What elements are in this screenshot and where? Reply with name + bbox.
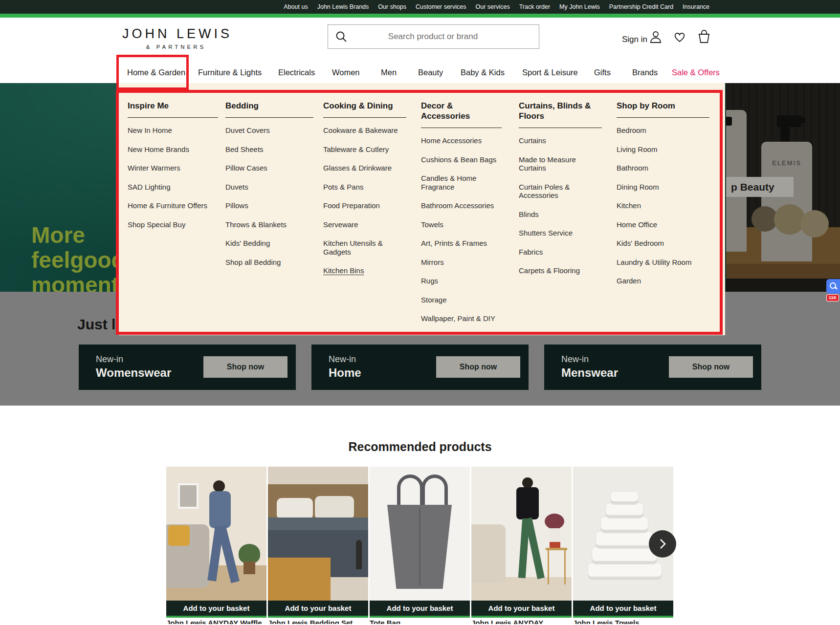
nav-electricals[interactable]: Electricals [278, 68, 315, 77]
promo-eyebrow: New-in [561, 354, 589, 365]
account-person-icon[interactable] [650, 30, 662, 43]
product-image-leggings[interactable] [471, 467, 572, 601]
wishlist-heart-icon[interactable] [673, 31, 686, 43]
promo-card-menswear: New-in Menswear Shop now [544, 345, 761, 390]
shop-now-button[interactable]: Shop now [436, 356, 520, 378]
product-title-clipped[interactable]: Tote Bag [370, 618, 470, 624]
shop-beauty-button-partial[interactable]: p Beauty [726, 177, 794, 197]
photo-shape [605, 503, 643, 518]
product-image-bedding[interactable] [268, 467, 368, 601]
carousel-next-button[interactable] [649, 530, 676, 558]
basket-icon[interactable] [698, 29, 710, 44]
topbar-link[interactable]: Customer services [416, 3, 466, 10]
photo-shape [315, 496, 354, 519]
logo-subtext: & PARTNERS [122, 44, 230, 50]
shop-now-button[interactable]: Shop now [203, 356, 287, 378]
section-heading-clipped: Just l [77, 316, 115, 333]
photo-shape [356, 540, 362, 569]
product-image-loungewear[interactable] [166, 467, 266, 601]
john-lewis-logo[interactable]: JOHN LEWIS & PARTNERS [122, 26, 230, 50]
photo-shape [522, 477, 533, 488]
photo-shape [168, 525, 190, 546]
add-to-basket-button[interactable]: Add to your basket [268, 601, 368, 616]
photo-shape [564, 550, 566, 584]
extension-badge[interactable]: 11K [826, 279, 840, 302]
photo-shape [243, 561, 255, 574]
topbar-link[interactable]: Partnership Credit Card [609, 3, 673, 10]
nav-gifts[interactable]: Gifts [594, 68, 611, 77]
extension-count-badge: 11K [826, 294, 839, 302]
add-to-basket-button[interactable]: Add to your basket [166, 601, 266, 616]
photo-shape [213, 480, 225, 492]
search-input[interactable] [348, 31, 532, 42]
promo-eyebrow: New-in [96, 354, 123, 365]
photo-shape [548, 550, 549, 584]
photo-shape [600, 517, 648, 533]
nav-women[interactable]: Women [332, 68, 360, 77]
brand-green-stripe [0, 14, 840, 18]
product-title-clipped[interactable]: John Lewis Towels [573, 618, 673, 624]
annotation-box-mega-menu [116, 90, 723, 335]
photo-shape [550, 542, 560, 548]
nav-brands[interactable]: Brands [632, 68, 658, 77]
product-title-clipped[interactable]: John Lewis ANYDAY Waffle Lounge Set [166, 618, 266, 624]
topbar-link[interactable]: Our shops [378, 3, 406, 10]
promo-title: Womenswear [96, 366, 171, 380]
magnifier-handle [835, 286, 838, 289]
add-to-basket-button[interactable]: Add to your basket [370, 601, 470, 616]
photo-shape [516, 487, 539, 519]
product-title-clipped[interactable]: John Lewis Bedding Set [268, 618, 368, 624]
product-card: Add to your basket John Lewis ANYDAY Leg… [471, 467, 572, 624]
promo-title: Menswear [561, 366, 618, 380]
sign-in-link[interactable]: Sign in [622, 35, 647, 44]
nav-sale-offers[interactable]: Sale & Offers [672, 68, 720, 77]
photo-shape [268, 517, 368, 530]
shop-now-button[interactable]: Shop now [669, 356, 753, 378]
promo-card-womenswear: New-in Womenswear Shop now [79, 345, 296, 390]
photo-shape [610, 491, 639, 505]
topbar-link[interactable]: John Lewis Brands [317, 3, 369, 10]
photo-shape [545, 514, 564, 529]
photo-shape [178, 483, 199, 509]
product-card: Add to your basket John Lewis ANYDAY Waf… [166, 467, 266, 624]
photo-shape [596, 531, 653, 549]
photo-shape [588, 562, 662, 580]
photo-shape [239, 544, 260, 563]
recommended-products-section: Recommended products Add to your basket … [0, 406, 840, 625]
promo-eyebrow: New-in [329, 354, 356, 365]
nav-beauty[interactable]: Beauty [418, 68, 443, 77]
add-to-basket-button[interactable]: Add to your basket [471, 601, 572, 616]
nav-men[interactable]: Men [381, 68, 397, 77]
search-bar[interactable] [328, 24, 539, 49]
product-image-tote-bag[interactable] [370, 467, 470, 601]
product-card: Add to your basket John Lewis Bedding Se… [268, 467, 368, 624]
hero-photo-bathroom: OM ELEMIS p Beauty [726, 83, 840, 292]
chevron-right-icon [659, 539, 666, 549]
photo-shape [525, 517, 545, 579]
photo-shape [268, 558, 331, 601]
topbar-link[interactable]: Track order [519, 3, 550, 10]
topbar-link[interactable]: About us [284, 3, 308, 10]
add-to-basket-button[interactable]: Add to your basket [573, 601, 673, 616]
nav-baby-kids[interactable]: Baby & Kids [461, 68, 505, 77]
photo-shape [592, 547, 657, 564]
photo-shape [277, 498, 313, 519]
photo-shape [209, 491, 231, 528]
extension-magnifier-icon [826, 279, 840, 294]
search-icon [335, 30, 348, 43]
product-card: Add to your basket Tote Bag [370, 467, 470, 624]
photo-shape [471, 524, 506, 583]
promo-title: Home [329, 366, 361, 380]
topbar-utility-nav: About usJohn Lewis BrandsOur shopsCustom… [0, 0, 840, 14]
promo-card-home: New-in Home Shop now [311, 345, 529, 390]
nav-furniture-lights[interactable]: Furniture & Lights [198, 68, 262, 77]
john-lewis-homepage: About usJohn Lewis BrandsOur shopsCustom… [0, 0, 840, 625]
photo-shape [419, 508, 420, 586]
topbar-link[interactable]: My John Lewis [559, 3, 600, 10]
topbar-link[interactable]: Our services [475, 3, 509, 10]
product-title-clipped[interactable]: John Lewis ANYDAY Leggings [471, 618, 572, 624]
topbar-link[interactable]: Insurance [683, 3, 709, 10]
recommended-heading: Recommended products [0, 440, 840, 454]
annotation-box-nav-home-garden [116, 55, 189, 90]
nav-sport-leisure[interactable]: Sport & Leisure [522, 68, 578, 77]
